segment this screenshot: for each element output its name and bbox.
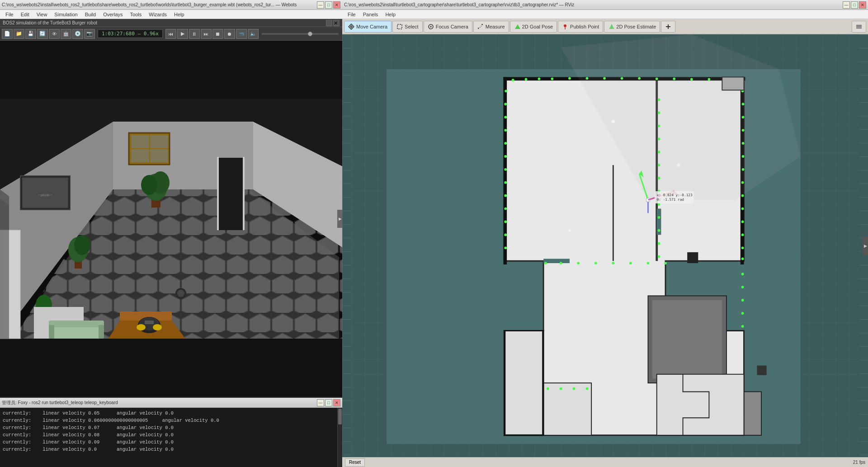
menu-tools[interactable]: Tools xyxy=(127,11,146,18)
svg-rect-32 xyxy=(217,157,219,230)
rviz-minimize-btn[interactable]: — xyxy=(843,1,850,9)
rviz-menu-panels[interactable]: Panels xyxy=(359,11,382,18)
menu-file[interactable]: File xyxy=(2,11,17,18)
toolbar-camera[interactable]: 📹 xyxy=(236,29,247,39)
rviz-menubar: File Panels Help xyxy=(342,10,868,19)
svg-point-153 xyxy=(560,387,562,390)
svg-text:θ: -1.571 rad: θ: -1.571 rad xyxy=(657,198,684,202)
svg-point-105 xyxy=(741,208,744,210)
svg-point-144 xyxy=(594,262,597,264)
svg-point-172 xyxy=(611,120,615,123)
svg-point-81 xyxy=(512,79,514,81)
svg-point-140 xyxy=(658,255,660,258)
menu-help[interactable]: Help xyxy=(170,11,188,18)
tool-move-camera[interactable]: Move Camera xyxy=(344,21,392,33)
sim-expand-btn[interactable] xyxy=(326,20,332,26)
move-camera-icon xyxy=(348,24,354,30)
toolbar-new[interactable]: 📄 xyxy=(2,29,13,39)
terminal-close-btn[interactable]: ✕ xyxy=(333,399,340,406)
goal-pose-icon xyxy=(514,24,520,30)
svg-point-142 xyxy=(560,262,562,264)
rviz-title: C:\ros_ws\webots2\install\turtlebot3_car… xyxy=(344,2,843,7)
terminal-content: currently: linear velocity 0.05 angular … xyxy=(0,408,342,467)
speed-slider[interactable] xyxy=(261,33,339,35)
toolbar-record[interactable]: ⏺ xyxy=(224,29,235,39)
webots-titlebar: C:\ros_ws\webots2\install\webots_ros2_tu… xyxy=(0,0,342,10)
webots-minimize-btn[interactable]: — xyxy=(317,1,324,9)
tool-2d-pose-estimate[interactable]: 2D Pose Estimate xyxy=(604,21,660,33)
toolbar-reload[interactable]: 🔄 xyxy=(37,29,48,39)
tool-focus-camera[interactable]: Focus Camera xyxy=(424,21,472,33)
menu-build[interactable]: Build xyxy=(81,11,99,18)
tool-2d-goal-pose[interactable]: 2D Goal Pose xyxy=(510,21,557,33)
svg-point-126 xyxy=(504,234,507,236)
toolbar-pause[interactable]: ⏸ xyxy=(189,29,200,39)
menu-edit[interactable]: Edit xyxy=(17,11,33,18)
rviz-titlebar-buttons: — □ ✕ xyxy=(843,1,866,9)
toolbar-play[interactable]: ▶ xyxy=(177,29,188,39)
tool-add[interactable] xyxy=(661,21,675,33)
toolbar-fast-forward[interactable]: ⏭ xyxy=(201,29,212,39)
tool-select[interactable]: Select xyxy=(392,21,423,33)
tool-publish-point[interactable]: Publish Point xyxy=(558,21,603,33)
svg-rect-42 xyxy=(49,321,104,327)
toolbar-open[interactable]: 📁 xyxy=(14,29,24,39)
svg-point-57 xyxy=(564,24,566,27)
svg-rect-74 xyxy=(543,259,570,263)
svg-point-173 xyxy=(677,163,680,167)
tool-extra[interactable] xyxy=(852,21,866,33)
svg-point-52 xyxy=(430,26,432,28)
svg-point-119 xyxy=(504,142,507,145)
svg-rect-178 xyxy=(504,434,543,436)
webots-maximize-btn[interactable]: □ xyxy=(325,1,332,9)
terminal-line-5: currently: linear velocity 0.09 angular … xyxy=(3,439,340,446)
toolbar-stop[interactable]: ⏹ xyxy=(212,29,223,39)
toolbar-save[interactable]: 💾 xyxy=(25,29,36,39)
svg-rect-177 xyxy=(542,330,543,435)
tool-measure-label: Measure xyxy=(486,24,505,29)
menu-simulation[interactable]: Simulation xyxy=(51,11,81,18)
terminal-line-4: currently: linear velocity 0.08 angular … xyxy=(3,431,340,439)
svg-rect-40 xyxy=(145,321,154,324)
toolbar-screenshot[interactable]: 📷 xyxy=(84,29,95,39)
svg-marker-56 xyxy=(515,24,520,29)
svg-point-120 xyxy=(504,155,507,158)
menu-view[interactable]: View xyxy=(33,11,51,18)
rviz-maximize-btn[interactable]: □ xyxy=(851,1,858,9)
add-tool-icon xyxy=(665,24,671,30)
toolbar-eye[interactable]: 👁 xyxy=(49,29,60,39)
svg-point-143 xyxy=(577,262,580,264)
viewport-right-arrow[interactable]: ▶ xyxy=(337,210,342,228)
toolbar-robot[interactable]: 🤖 xyxy=(61,29,71,39)
svg-point-108 xyxy=(741,246,744,249)
svg-point-154 xyxy=(573,387,576,390)
svg-point-118 xyxy=(504,129,507,132)
menu-overlays[interactable]: Overlays xyxy=(99,11,126,18)
toolbar-sound[interactable]: 🔈 xyxy=(248,29,259,39)
toolbar-rewind[interactable]: ⏮ xyxy=(165,29,176,39)
rviz-menu-file[interactable]: File xyxy=(344,11,359,18)
svg-point-110 xyxy=(741,273,744,275)
tool-measure[interactable]: Measure xyxy=(473,21,509,33)
menu-wizards[interactable]: Wizards xyxy=(145,11,170,18)
terminal-maximize-btn[interactable]: □ xyxy=(325,399,332,406)
terminal-scrollbar[interactable] xyxy=(337,408,342,467)
svg-point-47 xyxy=(177,290,184,297)
svg-point-38 xyxy=(137,324,146,330)
rviz-right-arrow[interactable]: ▶ xyxy=(863,237,868,255)
toolbar-floppy[interactable]: 💿 xyxy=(72,29,83,39)
svg-point-111 xyxy=(741,286,744,288)
svg-point-112 xyxy=(741,299,744,302)
terminal-minimize-btn[interactable]: — xyxy=(317,399,324,406)
svg-point-115 xyxy=(505,90,507,92)
svg-rect-175 xyxy=(504,330,543,435)
rviz-fps: 21 fps xyxy=(853,460,865,465)
svg-text:~photo~: ~photo~ xyxy=(38,193,52,197)
rviz-reset-button[interactable]: Reset xyxy=(345,458,365,467)
svg-rect-62 xyxy=(856,25,862,26)
svg-point-121 xyxy=(504,168,507,171)
sim-close-btn[interactable]: ✕ xyxy=(333,20,340,26)
rviz-close-btn[interactable]: ✕ xyxy=(859,1,866,9)
rviz-menu-help[interactable]: Help xyxy=(382,11,399,18)
webots-close-btn[interactable]: ✕ xyxy=(333,1,340,9)
